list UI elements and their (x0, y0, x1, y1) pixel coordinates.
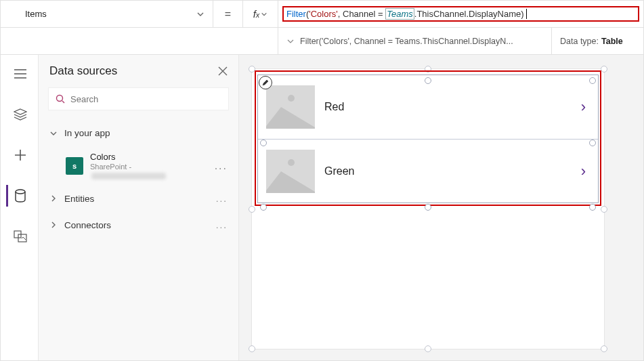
formula-token-fn: Filter (286, 9, 306, 19)
screen-canvas[interactable]: Red › Green › (251, 68, 605, 349)
chevron-down-icon (261, 11, 267, 18)
formula-bar: Items = fx Filter('Colors', Channel = Te… (1, 1, 643, 28)
formula-input[interactable]: Filter('Colors', Channel = Teams.ThisCha… (278, 1, 643, 27)
chevron-right-icon[interactable]: › (581, 98, 586, 116)
fx-icon: fx (253, 8, 260, 20)
section-label: Entities (64, 194, 94, 204)
chevron-right-icon (49, 221, 58, 229)
property-dropdown[interactable]: Items (17, 1, 213, 27)
gallery-control[interactable]: Red › Green › (257, 75, 599, 203)
formula-token-teams: Teams (385, 8, 414, 20)
resize-handle[interactable] (601, 345, 607, 352)
resize-handle[interactable] (425, 77, 431, 84)
search-input[interactable] (48, 87, 229, 110)
formula-token-tail: .ThisChannel.DisplayName) (414, 9, 524, 19)
close-icon[interactable] (218, 66, 228, 76)
formula-result-text: Filter('Colors', Channel = Teams.ThisCha… (300, 37, 513, 46)
gallery-item[interactable]: Red › (258, 75, 598, 139)
more-icon[interactable]: ... (215, 160, 228, 172)
panel-title: Data sources (49, 64, 218, 78)
resize-handle[interactable] (425, 204, 431, 211)
gallery-item-title: Red (324, 101, 581, 113)
resize-handle[interactable] (260, 140, 267, 146)
chevron-down-icon (196, 10, 205, 18)
resize-handle[interactable] (249, 206, 255, 213)
resize-handle[interactable] (249, 345, 255, 352)
formula-highlight: Filter('Colors', Channel = Teams.ThisCha… (282, 6, 639, 22)
gallery-item[interactable]: Green › (258, 139, 598, 203)
hamburger-icon[interactable] (6, 63, 33, 85)
resize-handle[interactable] (589, 77, 596, 84)
chevron-right-icon[interactable]: › (581, 163, 586, 180)
sharepoint-icon: s (66, 157, 83, 175)
chevron-down-icon (49, 129, 58, 137)
image-placeholder-icon (266, 150, 315, 193)
property-selected: Items (25, 9, 196, 19)
formula-token-str: 'Colors' (309, 9, 338, 19)
datasource-item-colors[interactable]: s Colors SharePoint - ... (39, 146, 238, 186)
chevron-right-icon (49, 194, 58, 203)
more-icon[interactable]: ... (216, 220, 228, 230)
resize-handle[interactable] (601, 66, 607, 72)
formula-result-preview[interactable]: Filter('Colors', Channel = Teams.ThisCha… (278, 28, 552, 54)
fx-button[interactable]: fx (243, 1, 278, 27)
svg-point-3 (57, 95, 63, 102)
section-entities[interactable]: Entities ... (39, 186, 238, 212)
canvas-area[interactable]: Red › Green › (239, 55, 643, 360)
resize-handle[interactable] (589, 204, 596, 211)
insert-icon[interactable] (6, 144, 33, 166)
media-icon[interactable] (6, 226, 33, 247)
data-icon[interactable] (6, 185, 33, 207)
svg-point-0 (16, 190, 25, 194)
section-label: Connectors (64, 220, 111, 230)
edit-icon[interactable] (259, 76, 272, 89)
search-icon (56, 94, 65, 104)
more-icon[interactable]: ... (216, 194, 228, 204)
resize-handle[interactable] (589, 140, 596, 146)
section-in-your-app[interactable]: In your app (39, 120, 238, 146)
data-type-label: Data type: Table (552, 28, 643, 54)
section-label: In your app (64, 128, 110, 138)
resize-handle[interactable] (425, 345, 431, 352)
formula-token-sep: , Channel = (338, 9, 385, 19)
resize-handle[interactable] (260, 204, 267, 211)
datasource-subtitle: SharePoint - (90, 163, 208, 180)
gallery-item-title: Green (324, 165, 581, 177)
left-rail (1, 55, 39, 360)
search-field[interactable] (70, 94, 221, 104)
image-placeholder-icon (266, 85, 315, 129)
data-sources-panel: Data sources In your app (39, 55, 239, 360)
formula-status-bar: Filter('Colors', Channel = Teams.ThisCha… (1, 28, 643, 55)
layers-icon[interactable] (6, 104, 33, 125)
resize-handle[interactable] (601, 206, 607, 213)
chevron-down-icon (286, 37, 295, 45)
datasource-name: Colors (90, 152, 208, 163)
section-connectors[interactable]: Connectors ... (39, 212, 238, 238)
equals-label: = (213, 1, 243, 27)
data-type-value: Table (601, 37, 623, 46)
